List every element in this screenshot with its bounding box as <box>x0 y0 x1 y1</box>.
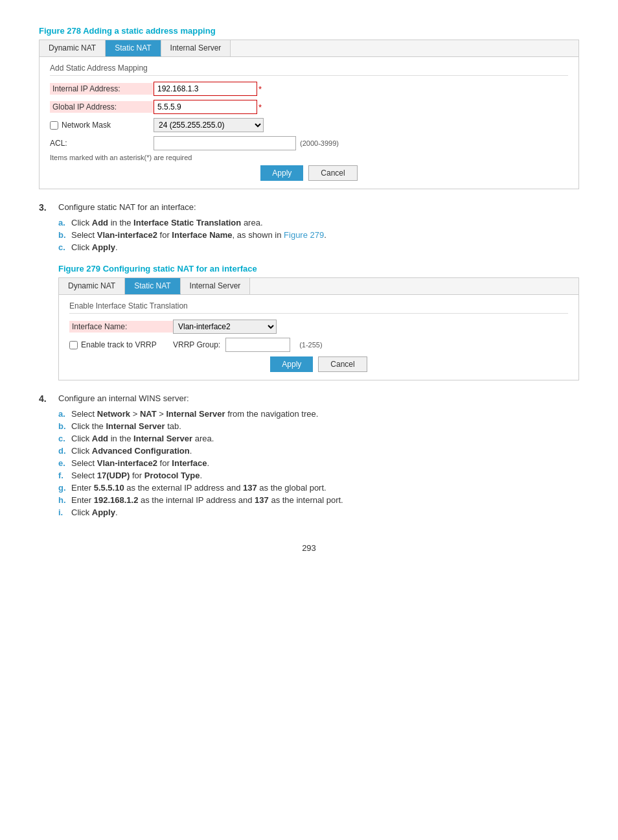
step-4d: d. Click Advanced Configuration. <box>58 446 579 456</box>
step-4c: c. Click Add in the Internal Server area… <box>58 434 579 443</box>
vrrp-checkbox[interactable] <box>69 341 78 349</box>
vrrp-row: Enable track to VRRP VRRP Group: (1-255) <box>69 337 568 353</box>
interface-name-label: Interface Name: <box>69 321 173 332</box>
acl-input[interactable] <box>154 136 296 150</box>
step-4i-text: Click Apply. <box>71 508 118 517</box>
tab-static-nat-278[interactable]: Static NAT <box>106 40 161 56</box>
btn-row-279: Apply Cancel <box>69 356 568 372</box>
step-3-text: Configure static NAT for an interface: <box>58 202 196 212</box>
figure-278-panel: Dynamic NAT Static NAT Internal Server A… <box>39 40 579 189</box>
step-3b: b. Select Vlan-interface2 for Interface … <box>58 230 579 240</box>
step-4h-letter: h. <box>58 495 67 505</box>
vrrp-group-row: VRRP Group: (1-255) <box>173 338 323 352</box>
form-area-278: Add Static Address Mapping Internal IP A… <box>40 57 578 189</box>
network-mask-label: Network Mask <box>62 121 111 130</box>
step-4d-letter: d. <box>58 446 67 456</box>
acl-row: ACL: (2000-3999) <box>50 135 568 151</box>
step-3: 3. Configure static NAT for an interface… <box>39 202 579 252</box>
step-4h-text: Enter 192.168.1.2 as the internal IP add… <box>71 495 343 505</box>
tab-bar-279: Dynamic NAT Static NAT Internal Server <box>59 278 578 295</box>
step-3c: c. Click Apply. <box>58 242 579 252</box>
global-ip-label: Global IP Address: <box>50 101 154 113</box>
internal-ip-row: Internal IP Address: * <box>50 81 568 97</box>
network-mask-checkbox[interactable] <box>50 121 58 130</box>
step-4b-letter: b. <box>58 421 67 431</box>
internal-ip-required-star: * <box>258 84 262 94</box>
step-3b-letter: b. <box>58 230 67 240</box>
tab-static-nat-279[interactable]: Static NAT <box>125 278 180 294</box>
step-4g-text: Enter 5.5.5.10 as the external IP addres… <box>71 483 326 493</box>
step-4-number: 4. <box>39 393 52 404</box>
vrrp-group-label: VRRP Group: <box>173 340 220 349</box>
figure-279-panel: Dynamic NAT Static NAT Internal Server E… <box>58 277 579 380</box>
step-4g: g. Enter 5.5.5.10 as the external IP add… <box>58 483 579 493</box>
form-area-279: Enable Interface Static Translation Inte… <box>59 295 578 380</box>
global-ip-required-star: * <box>258 102 262 112</box>
step-3b-text: Select Vlan-interface2 for Interface Nam… <box>71 230 326 240</box>
asterisk-note-278: Items marked with an asterisk(*) are req… <box>50 154 568 161</box>
cancel-button-279[interactable]: Cancel <box>318 356 367 372</box>
network-mask-row: Network Mask 24 (255.255.255.0) <box>50 117 568 133</box>
tab-internal-server-279[interactable]: Internal Server <box>181 278 251 294</box>
step-4e-text: Select Vlan-interface2 for Interface. <box>71 458 209 468</box>
step-4c-text: Click Add in the Internal Server area. <box>71 434 214 443</box>
tab-dynamic-nat-279[interactable]: Dynamic NAT <box>59 278 125 294</box>
step-4e-letter: e. <box>58 458 67 468</box>
step-4f: f. Select 17(UDP) for Protocol Type. <box>58 471 579 480</box>
step-3a: a. Click Add in the Interface Static Tra… <box>58 218 579 228</box>
interface-name-select[interactable]: Vlan-interface2 <box>173 320 277 334</box>
btn-row-278: Apply Cancel <box>50 165 568 181</box>
interface-name-row: Interface Name: Vlan-interface2 <box>69 319 568 334</box>
internal-ip-input[interactable] <box>154 82 257 96</box>
cancel-button-278[interactable]: Cancel <box>308 165 357 181</box>
section-title-278: Add Static Address Mapping <box>50 64 568 76</box>
step-4f-text: Select 17(UDP) for Protocol Type. <box>71 471 202 480</box>
figure-278-title: Figure 278 Adding a static address mappi… <box>39 26 579 36</box>
step-3a-letter: a. <box>58 218 67 228</box>
step-4g-letter: g. <box>58 483 67 493</box>
global-ip-row: Global IP Address: * <box>50 99 568 115</box>
step-3c-text: Click Apply. <box>71 242 118 252</box>
step-3a-text: Click Add in the Interface Static Transl… <box>71 218 263 228</box>
acl-label: ACL: <box>50 139 154 148</box>
tab-bar-278: Dynamic NAT Static NAT Internal Server <box>40 40 578 57</box>
step-4e: e. Select Vlan-interface2 for Interface. <box>58 458 579 468</box>
step-4b: b. Click the Internal Server tab. <box>58 421 579 431</box>
step-4i: i. Click Apply. <box>58 508 579 517</box>
global-ip-input[interactable] <box>154 100 257 114</box>
tab-dynamic-nat-278[interactable]: Dynamic NAT <box>40 40 106 56</box>
step-4-text: Configure an internal WINS server: <box>58 393 189 403</box>
apply-button-278[interactable]: Apply <box>260 165 303 181</box>
network-mask-select[interactable]: 24 (255.255.255.0) <box>154 118 264 132</box>
acl-hint: (2000-3999) <box>300 139 339 147</box>
step-4c-letter: c. <box>58 434 67 443</box>
step-4a: a. Select Network > NAT > Internal Serve… <box>58 409 579 419</box>
step-4i-letter: i. <box>58 508 67 517</box>
tab-internal-server-278[interactable]: Internal Server <box>161 40 231 56</box>
vrrp-label: Enable track to VRRP <box>81 340 157 349</box>
step-4a-letter: a. <box>58 409 67 419</box>
section-title-279: Enable Interface Static Translation <box>69 301 568 314</box>
step-4d-text: Click Advanced Configuration. <box>71 446 192 456</box>
internal-ip-label: Internal IP Address: <box>50 83 154 95</box>
page-number: 293 <box>39 543 579 553</box>
apply-button-279[interactable]: Apply <box>270 356 313 372</box>
step-3c-letter: c. <box>58 242 67 252</box>
vrrp-group-input[interactable] <box>225 338 290 352</box>
fig279-link[interactable]: Figure 279 <box>284 230 324 240</box>
step-4h: h. Enter 192.168.1.2 as the internal IP … <box>58 495 579 505</box>
figure-279-title: Figure 279 Configuring static NAT for an… <box>58 264 579 274</box>
step-4a-text: Select Network > NAT > Internal Server f… <box>71 409 318 419</box>
step-3-number: 3. <box>39 202 52 213</box>
step-4b-text: Click the Internal Server tab. <box>71 421 181 431</box>
vrrp-hint: (1-255) <box>299 341 322 349</box>
step-4f-letter: f. <box>58 471 67 480</box>
step-4: 4. Configure an internal WINS server: a.… <box>39 393 579 517</box>
